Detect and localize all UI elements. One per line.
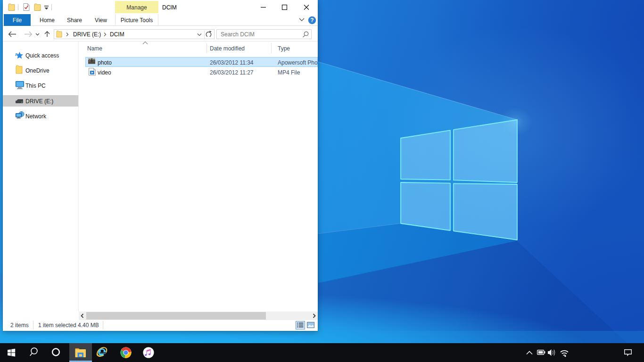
svg-text:?: ? [310,17,314,24]
svg-text:DRIVE (E:): DRIVE (E:) [73,31,101,38]
svg-text:DCIM: DCIM [110,31,124,38]
